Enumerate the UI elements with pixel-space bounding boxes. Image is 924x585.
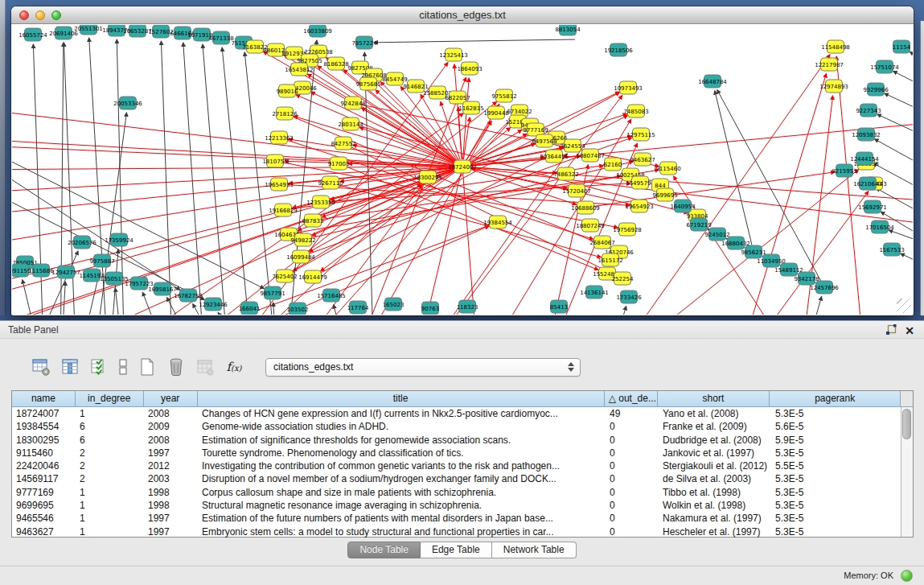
select-all-icon[interactable] (88, 356, 109, 377)
column-header-short[interactable]: short (658, 391, 770, 407)
selected-edge[interactable] (12, 167, 455, 218)
graph-node[interactable]: 165023 (383, 298, 405, 311)
scrollbar-thumb[interactable] (902, 409, 911, 439)
edge[interactable] (800, 297, 822, 315)
graph-node[interactable]: 90763 (421, 302, 439, 315)
table-row[interactable]: 911546021997Tourette syndrome. Phenomeno… (12, 447, 913, 459)
graph-node[interactable]: 16033809 (303, 25, 332, 37)
close-window-button[interactable] (19, 10, 29, 20)
graph-node-selected[interactable]: 12975115 (626, 128, 655, 141)
graph-node-selected[interactable]: 9755812 (491, 89, 516, 102)
graph-node-selected[interactable]: 62160 (604, 158, 622, 171)
window-resize-grip[interactable] (897, 299, 911, 313)
graph-node[interactable]: 14136141 (580, 286, 609, 299)
graph-node-selected[interactable]: 12325413 (439, 48, 468, 61)
column-header-year[interactable]: year (144, 391, 198, 407)
edge[interactable] (374, 39, 575, 43)
graph-node-selected[interactable]: 1990448 (483, 106, 508, 119)
column-header-out-de-[interactable]: △ out_de... (605, 391, 658, 407)
graph-node[interactable]: 19218506 (604, 43, 633, 56)
graph-node-selected[interactable]: 12217987 (815, 58, 844, 71)
column-header-in-degree[interactable]: in_degree (76, 391, 144, 407)
table-row[interactable]: 1456911722003Disruption of a novel membe… (12, 472, 913, 485)
column-header-name[interactable]: name (12, 391, 76, 407)
graph-node-selected[interactable]: 19756928 (613, 223, 642, 236)
column-header-pagerank[interactable]: pagerank (770, 391, 901, 407)
graph-node[interactable]: 9975887 (89, 254, 114, 267)
graph-node[interactable]: 16648784 (698, 75, 727, 88)
close-panel-icon[interactable]: ✕ (905, 322, 914, 340)
tab-network-table[interactable]: Network Table (492, 542, 577, 558)
graph-node-selected[interactable]: 1864093 (457, 62, 482, 75)
float-panel-icon[interactable] (885, 324, 897, 336)
graph-node[interactable]: 11154 (893, 40, 911, 53)
graph-node-selected[interactable]: 917003 (328, 157, 350, 170)
edge[interactable] (893, 71, 913, 97)
edge[interactable] (717, 90, 821, 282)
edge[interactable] (715, 91, 752, 245)
tab-node-table[interactable]: Node Table (347, 542, 421, 558)
graph-node[interactable]: 8813054 (555, 25, 581, 35)
create-table-icon[interactable] (137, 356, 158, 377)
zoom-window-button[interactable] (51, 10, 61, 20)
graph-node[interactable]: 15692971 (858, 200, 887, 213)
table-row[interactable]: 1872400712008Changes of HCN gene express… (12, 407, 913, 420)
edge[interactable] (910, 51, 913, 73)
graph-node-selected[interactable]: 252254 (612, 272, 634, 285)
graph-node[interactable]: 15751074 (870, 60, 899, 73)
edge[interactable] (901, 253, 913, 274)
graph-node[interactable]: 7857224 (351, 36, 377, 49)
graph-node[interactable]: 117764 (347, 301, 369, 314)
graph-node-selected[interactable]: 989016 (277, 84, 298, 97)
import-table-icon[interactable] (195, 356, 216, 377)
network-graph[interactable]: 1872400716055724206914062055130118943774… (12, 25, 913, 315)
table-row[interactable]: 969969511998Structural magnetic resonanc… (12, 499, 913, 512)
edge[interactable] (607, 307, 626, 315)
graph-node[interactable]: 20551301 (74, 25, 103, 35)
graph-node-selected[interactable]: 9463627 (630, 153, 655, 166)
edge[interactable] (183, 43, 205, 315)
table-row[interactable]: 946362711997Embryonic stem cells: a mode… (12, 525, 913, 538)
delete-entries-icon[interactable] (166, 356, 187, 377)
minimize-window-button[interactable] (35, 10, 45, 20)
edge[interactable] (877, 114, 913, 146)
table-row[interactable]: 1830029562008Estimation of significance … (12, 434, 913, 447)
edge[interactable] (875, 139, 913, 178)
graph-node-selected[interactable]: 19166829 (269, 204, 298, 216)
table-row[interactable]: 946554611997Estimation of the future num… (12, 512, 913, 525)
graph-node-selected[interactable]: 16914479 (298, 270, 327, 283)
graph-node-selected[interactable]: 2718126 (272, 107, 298, 120)
table-row[interactable]: 1938455462009Genome-wide association stu… (12, 420, 913, 433)
graph-node-selected[interactable]: 19654933 (265, 178, 294, 191)
graph-node[interactable]: 118323 (457, 300, 478, 313)
graph-node[interactable]: 16055724 (18, 28, 47, 41)
network-canvas[interactable]: 1872400716055724206914062055130118943774… (12, 25, 913, 315)
graph-node-selected[interactable]: 887833 (302, 214, 324, 227)
table-row[interactable]: 2242004622012Investigating the contribut… (12, 459, 913, 472)
table-selector-dropdown[interactable]: citations_edges.txt (265, 358, 581, 377)
graph-node-selected[interactable]: 11548498 (821, 40, 850, 53)
edge[interactable] (161, 41, 173, 315)
graph-node-selected[interactable]: 12213363 (265, 131, 294, 144)
graph-node-selected[interactable]: 2803144 (338, 117, 363, 130)
tab-edge-table[interactable]: Edge Table (421, 542, 492, 558)
graph-node[interactable]: 17016504 (865, 220, 894, 233)
network-window-titlebar[interactable]: citations_edges.txt (11, 6, 914, 24)
graph-node[interactable]: 166041 (239, 302, 261, 315)
table-scrollbar[interactable] (901, 407, 913, 537)
function-builder-icon[interactable]: f(x) (224, 356, 244, 377)
show-column-icon[interactable] (60, 356, 80, 377)
graph-node[interactable]: 85413 (550, 300, 568, 313)
graph-node[interactable]: 1733426 (616, 290, 642, 303)
row-height-icon[interactable] (117, 356, 129, 377)
selected-edge[interactable] (463, 78, 469, 159)
selected-edge[interactable] (463, 174, 478, 315)
graph-node-selected[interactable]: 9115460 (655, 162, 680, 175)
graph-node[interactable]: 103502 (287, 303, 309, 315)
edge[interactable] (885, 93, 913, 122)
table-options-icon[interactable] (31, 356, 51, 377)
table-row[interactable]: 977716911998Corpus callosum shape and si… (12, 486, 913, 499)
graph-node[interactable]: 16782759 (174, 289, 203, 302)
column-header-title[interactable]: title (198, 391, 605, 407)
graph-node-selected[interactable]: 18807249 (576, 219, 605, 232)
